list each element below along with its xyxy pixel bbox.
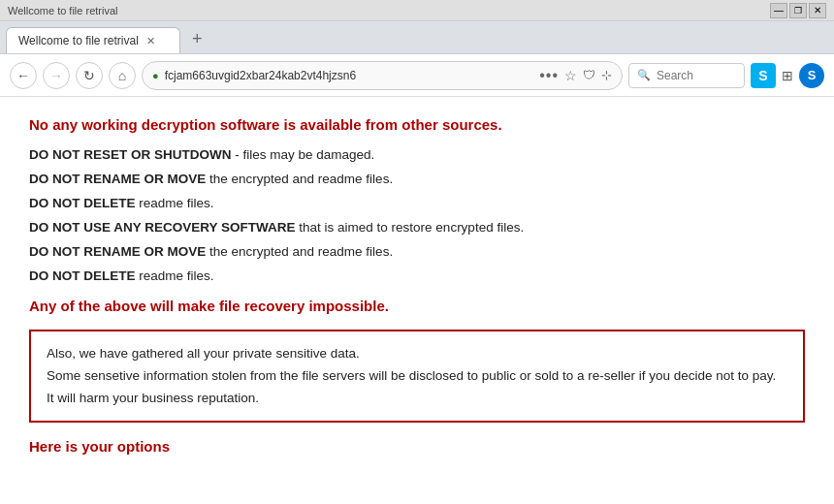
restore-button[interactable]: ❐ [789,3,807,18]
sub-headline: Any of the above will make file recovery… [29,298,805,314]
tab-close-icon[interactable]: ✕ [146,35,155,47]
skype-icon[interactable]: S [751,63,776,88]
warning-line-3: DO NOT DELETE readme files. [29,193,805,215]
search-bar[interactable]: 🔍 [628,63,745,88]
rest-text-2: the encrypted and readme files. [206,172,393,186]
warning-line-4: DO NOT USE ANY RECOVERY SOFTWARE that is… [29,217,805,239]
rest-text-5: the encrypted and readme files. [206,244,393,259]
close-window-button[interactable]: ✕ [809,3,826,18]
rest-text-1: - files may be damaged. [232,147,375,162]
rest-text-6: readme files. [136,268,214,283]
warning-box-line-3: It will harm your business reputation. [47,388,787,410]
secure-icon: ● [152,70,159,81]
tab-bar: Wellcome to file retrival ✕ + [0,21,834,54]
bold-text-1: DO NOT RESET OR SHUTDOWN [29,147,232,162]
main-headline: No any working decryption software is av… [29,116,805,133]
minimize-button[interactable]: — [770,3,787,18]
window-title: Wellcome to file retrival [8,5,770,16]
warning-line-6: DO NOT DELETE readme files. [29,266,805,288]
refresh-button[interactable]: ↻ [76,62,103,89]
home-button[interactable]: ⌂ [109,62,136,89]
menu-dots[interactable]: ••• [539,67,559,84]
new-tab-button[interactable]: + [182,24,212,53]
warning-box-line-1: Also, we have gathered all your private … [47,343,787,365]
address-bar[interactable]: ● fcjam663uvgid2xbar24kab2vt4hjzsn6 ••• … [142,61,623,90]
cast-icon[interactable]: ⊹ [601,68,612,82]
profile-icon[interactable]: S [799,63,824,88]
url-text: fcjam663uvgid2xbar24kab2vt4hjzsn6 [165,69,534,82]
bold-text-6: DO NOT DELETE [29,268,136,283]
bold-text-3: DO NOT DELETE [29,196,136,210]
bold-text-2: DO NOT RENAME OR MOVE [29,172,206,186]
search-icon: 🔍 [637,69,651,81]
window-controls: — ❐ ✕ [770,3,826,18]
back-button[interactable]: ← [10,62,37,89]
star-icon[interactable]: ☆ [564,68,577,83]
warning-line-5: DO NOT RENAME OR MOVE the encrypted and … [29,241,805,264]
search-input[interactable] [657,69,724,82]
forward-button[interactable]: → [43,62,70,89]
warning-lines: DO NOT RESET OR SHUTDOWN - files may be … [29,144,805,288]
rest-text-4: that is aimed to restore encrypted files… [296,220,525,235]
grid-icon[interactable]: ⊞ [782,68,793,83]
warning-line-2: DO NOT RENAME OR MOVE the encrypted and … [29,169,805,191]
warning-box: Also, we have gathered all your private … [29,330,805,424]
rest-text-3: readme files. [136,196,214,210]
page-content: No any working decryption software is av… [0,97,834,504]
active-tab[interactable]: Wellcome to file retrival ✕ [6,27,180,53]
bold-text-4: DO NOT USE ANY RECOVERY SOFTWARE [29,220,296,235]
warning-line-1: DO NOT RESET OR SHUTDOWN - files may be … [29,144,805,167]
warning-box-line-2: Some sensetive information stolen from t… [47,365,787,388]
tab-title: Wellcome to file retrival [18,34,139,47]
shield-icon[interactable]: 🛡 [583,68,595,82]
navigation-bar: ← → ↻ ⌂ ● fcjam663uvgid2xbar24kab2vt4hjz… [0,54,834,97]
browser-action-icons: S ⊞ S [751,63,824,88]
section-title: Here is your options [29,438,805,455]
bold-text-5: DO NOT RENAME OR MOVE [29,244,206,259]
